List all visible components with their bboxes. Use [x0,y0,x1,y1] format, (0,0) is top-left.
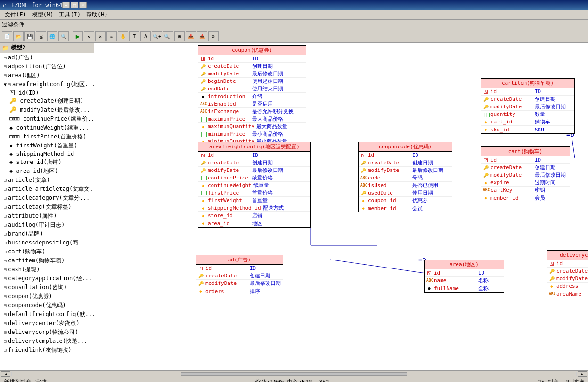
minimize-button[interactable]: − [62,2,70,8]
sidebar-item-consultation[interactable]: ⊞ consultation(咨询) [0,283,94,292]
toolbar-search[interactable]: 🔍 [58,31,69,41]
menu-help[interactable]: 帮助(H) [83,10,111,20]
sidebar-item-continueprice[interactable]: ⊞⊞⊞ continuePrice(续重价... [0,114,94,123]
sidebar-item-deliverytemplate[interactable]: ⊞ deliverytemplate(快递... [0,337,94,346]
sidebar-item-firstprice[interactable]: ⊞⊞⊞ firstPrice(首重价格) [0,132,94,141]
scrollbar-track[interactable] [11,372,577,376]
sidebar-item-shippingmethod[interactable]: ◆ shippingMethod_id [0,150,94,158]
sidebar-item-area[interactable]: ⊞ area(地区) [0,71,94,80]
sidebar-item-cash[interactable]: ⊞ cash(提现) [0,265,94,274]
toolbar-delete[interactable]: ✕ [95,31,106,41]
menu-tools[interactable]: 工具(I) [56,10,83,20]
item-label: defaultfreightconfig(默... [8,310,94,318]
horizontal-scrollbar[interactable]: ◀ ▶ [0,370,588,377]
toolbar-open[interactable]: 📂 [13,31,24,41]
sidebar-item-continueweight[interactable]: ◆ continueWeight(续重... [0,123,94,132]
table-icon: ⊞ [4,294,7,299]
sidebar-item-storeid[interactable]: ◆ store_id(店铺) [0,158,94,167]
er-table-area[interactable]: area(地区) ⚿ id ID ABC name 名称 ● fullName … [424,260,504,293]
sidebar-item-firstweight[interactable]: ◆ firstWeight(首重量) [0,141,94,150]
sidebar-item-auditlog[interactable]: ⊞ auditlog(审计日志) [0,220,94,229]
toolbar-move[interactable]: ✋ [118,31,128,41]
sidebar-item-brand[interactable]: ⊞ brand(品牌) [0,229,94,238]
toolbar-pencil[interactable]: ✏ [106,31,117,41]
table-icon: ⊞ [4,187,7,192]
sidebar-item-businessdepositlog[interactable]: ⊞ businessdepositlog(商... [0,238,94,247]
sidebar-item-couponcode[interactable]: ⊞ couponcode(优惠码) [0,301,94,310]
er-table-cartitem[interactable]: cartitem(购物车项) ⚿ id ID 🔑 createDate 创建日期… [481,78,575,134]
toolbar-line[interactable]: A [140,31,151,41]
sidebar-item-friendlink[interactable]: ⊞ friendlink(友情链接) [0,346,94,355]
sidebar-item-defaultfreightconfig[interactable]: ⊞ defaultfreightconfig(默... [0,310,94,319]
sidebar-item-cart[interactable]: ⊞ cart(购物车) [0,247,94,256]
toolbar-text[interactable]: T [129,31,139,41]
sidebar-item-adposition[interactable]: ⊞ adposition(广告位) [0,62,94,71]
scroll-left-button[interactable]: ◀ [1,371,10,377]
er-table-couponcode[interactable]: couponcode(优惠码) ⚿ id ID 🔑 createDate 创建日… [358,142,452,212]
item-label: ⊞⊞⊞ firstPrice(首重价格) [9,133,87,141]
toolbar-play[interactable]: ▶ [73,31,83,41]
scroll-right-button[interactable]: ▶ [578,371,587,377]
nullable-icon: ◆ [483,120,489,124]
sidebar-model-name: 模型2 [11,44,25,52]
table-icon: ⊞ [4,258,7,263]
sidebar-item-articlecategory[interactable]: ⊞ articlecategory(文章分... [0,194,94,203]
toolbar-export[interactable]: 📤 [186,31,196,41]
multi-icon: ||| [200,117,206,122]
er-row: ABC code 号码 [359,174,452,182]
sidebar-item-deliverycorp[interactable]: ⊞ deliverycorp(物流公司) [0,328,94,337]
toolbar-save[interactable]: 💾 [24,31,35,41]
sidebar-item-ad[interactable]: ⊞ ad(广告) [0,53,94,62]
toolbar-new[interactable]: 📄 [2,31,12,41]
toolbar-import[interactable]: 📥 [197,31,207,41]
er-row: ◆ shippingMethod_id 配送方式 [198,204,310,212]
er-table-cart[interactable]: cart(购物车) ⚿ id ID 🔑 createDate 创建日期 🔑 mo… [481,146,570,202]
sidebar-item-areafreight[interactable]: ▼ ⊞ areafreightconfig(地区... [0,80,94,89]
item-label: cash(提现) [8,266,40,274]
maximize-button[interactable]: □ [71,2,78,8]
toolbar-zoom-in[interactable]: 🔍+ [152,31,162,41]
canvas[interactable]: =⊃ =⊃ coupon(优惠券) ⚿ id ID 🔑 createDate 创… [94,43,588,370]
fk-icon: 🔑 [483,173,489,178]
item-label: 🔑 modifyDate(最后修改... [9,106,90,114]
toolbar-select[interactable]: ↖ [84,31,94,41]
close-button[interactable]: × [79,2,87,8]
er-table-ad[interactable]: ad(广告) ⚿ id ID 🔑 createDate 创建日期 🔑 modif… [196,255,283,295]
sidebar-item-createdate[interactable]: 🔑 createDate(创建日期) [0,97,94,106]
sidebar-item-id[interactable]: ⚿ id(ID) [0,89,94,97]
sidebar-item-coupon[interactable]: ⊞ coupon(优惠券) [0,292,94,301]
menu-model[interactable]: 模型(M) [29,10,57,20]
er-table-deliverycenter[interactable]: deliverycenter(发货点) ⚿ id ID 🔑 createDate… [547,250,588,298]
er-row: ⚿ id ID [547,260,588,268]
multi-icon: ||| [200,176,206,180]
sidebar-item-cartitem[interactable]: ⊞ cartitem(购物车项) [0,256,94,265]
toolbar-refresh[interactable]: 🌐 [47,31,57,41]
abc-icon: ABC [483,188,489,192]
toolbar-zoom-out[interactable]: 🔍- [163,31,173,41]
fk-icon: 🔑 [360,168,366,173]
svg-line-2 [330,260,429,274]
er-row: ◆ cart_id 购物车 [481,118,574,126]
er-table-areafreightconfig[interactable]: areafreightconfig(地区运费配置) ⚿ id ID 🔑 crea… [198,142,311,228]
toolbar-settings[interactable]: ⚙ [208,31,219,41]
menu-file[interactable]: 文件(F) [2,10,29,20]
er-table-coupon-header: coupon(优惠券) [198,46,306,55]
sidebar-item-categoryapplication[interactable]: ⊞ categoryapplication(经... [0,274,94,283]
table-icon: ⊞ [4,249,7,254]
er-row: 🔑 createDate 创建日期 [198,159,310,167]
item-label: brand(品牌) [8,230,43,238]
toolbar-fit[interactable]: ⊞ [174,31,185,41]
item-label: ◆ continueWeight(续重... [9,124,89,132]
sidebar-item-areaid[interactable]: ◆ area_id(地区) [0,167,94,176]
sidebar-item-attribute[interactable]: ⊞ attribute(属性) [0,211,94,220]
sidebar-item-article[interactable]: ⊞ article(文章) [0,176,94,185]
toolbar-print[interactable]: 🖨 [36,31,46,41]
sidebar-item-modifydate[interactable]: 🔑 modifyDate(最后修改... [0,106,94,114]
sidebar-item-article-tag[interactable]: ⊞ article_articletag(文章文... [0,185,94,194]
table-icon: ⊞ [4,231,7,236]
filter-label: 过滤条件 [2,21,24,29]
scrollbar-thumb[interactable] [181,372,407,376]
er-row: ⚿ id ID [196,265,283,272]
sidebar-item-articletag[interactable]: ⊞ articletag(文章标签) [0,203,94,211]
sidebar-item-deliverycenter[interactable]: ⊞ deliverycenter(发货点) [0,319,94,328]
